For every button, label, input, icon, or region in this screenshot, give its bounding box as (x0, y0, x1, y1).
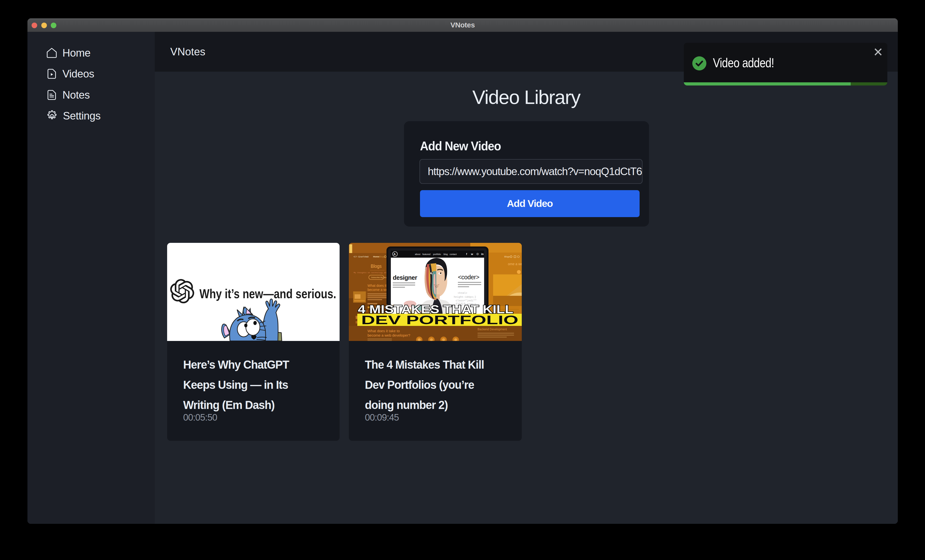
svg-text:Backend Development: Backend Development (478, 328, 507, 331)
svg-text:A: A (393, 253, 396, 256)
svg-text:f: f (466, 253, 467, 256)
svg-text:What does it take to: What does it take to (368, 329, 400, 333)
svg-text:Blogs: Blogs (371, 263, 382, 269)
svg-text:w: w (471, 253, 473, 256)
svg-text:height:186px;}: height:186px;} (454, 295, 476, 298)
svg-text:DEV PORTFOLIO: DEV PORTFOLIO (361, 313, 518, 327)
svg-text:portfolio: portfolio (433, 253, 441, 256)
svg-text:☉: ☉ (476, 253, 479, 256)
svg-text:become a web developer?: become a web developer? (368, 333, 410, 337)
svg-text:featured: featured (422, 253, 431, 256)
svg-text:<html>: <html> (458, 292, 467, 295)
svg-text:class="jedi"”: class="jedi"” (456, 299, 477, 302)
svg-text:<coder>: <coder> (458, 274, 479, 280)
svg-text:contact: contact (450, 253, 457, 256)
svg-text:Home: Home (373, 256, 379, 258)
svg-text:Subscribe My Blogs: Subscribe My Blogs (371, 276, 389, 278)
svg-text:in: in (481, 253, 484, 256)
svg-text:<C/> SinanTokmak: <C/> SinanTokmak (353, 256, 369, 258)
svg-text:blog: blog (444, 253, 448, 256)
svg-text:ome a web: ome a web (508, 262, 522, 266)
svg-text:about: about (415, 253, 420, 256)
svg-text:Blogs: Blogs (504, 256, 510, 258)
svg-text:Why it’s new—and serious.: Why it’s new—and serious. (199, 286, 336, 301)
svg-text:designer: designer (393, 274, 417, 281)
svg-text:Blogs: Blogs (379, 256, 385, 258)
